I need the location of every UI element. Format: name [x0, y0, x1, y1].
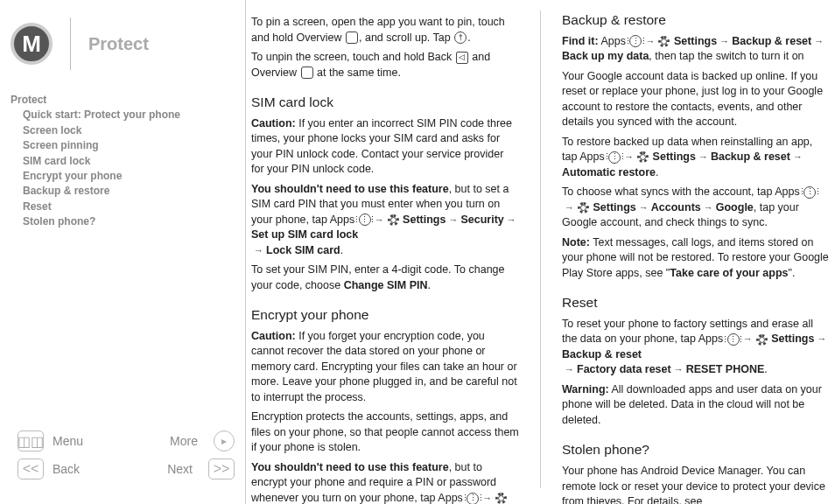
- arrow-icon: →: [639, 201, 649, 214]
- text: Encryption protects the accounts, settin…: [251, 410, 519, 456]
- section-heading-stolen: Stolen phone?: [562, 440, 830, 459]
- text: Your Google account data is backed up on…: [562, 69, 830, 130]
- toc-item[interactable]: Screen pinning: [11, 138, 235, 153]
- overview-icon: [346, 32, 358, 44]
- menu-label: Menu: [53, 434, 121, 448]
- text: To unpin the screen, touch and hold Back: [251, 51, 455, 63]
- header-divider: [70, 18, 71, 70]
- section-heading-encrypt: Encrypt your phone: [251, 305, 519, 325]
- arrow-icon: →: [565, 363, 574, 376]
- back-icon: ◁: [456, 52, 468, 64]
- overview-icon: [301, 66, 313, 79]
- arrow-icon: →: [645, 35, 655, 48]
- toc-item[interactable]: Reset: [11, 200, 235, 214]
- back-button[interactable]: <<: [18, 458, 44, 480]
- text: Back up my data: [562, 50, 649, 62]
- content-column-2: Backup & restore Find it: Apps ⋮⋮⋮→ Sett…: [557, 10, 835, 488]
- next-button[interactable]: >>: [208, 458, 235, 480]
- pin-icon: †: [454, 32, 467, 44]
- table-of-contents: Protect Quick start: Protect your phone …: [11, 93, 235, 230]
- apps-icon: ⋮⋮⋮: [467, 493, 479, 504]
- text: Automatic restore: [562, 166, 656, 178]
- toc-item[interactable]: Quick start: Protect your phone: [11, 108, 235, 122]
- caution-label: Caution:: [251, 330, 296, 342]
- text: Security: [460, 214, 503, 226]
- text: Settings: [403, 214, 446, 226]
- text: Settings: [593, 201, 635, 214]
- apps-icon: ⋮⋮⋮: [359, 214, 371, 226]
- arrow-icon: →: [674, 363, 684, 376]
- text: , and scroll up. Tap: [359, 32, 453, 44]
- menu-button[interactable]: ◫◫: [18, 430, 44, 452]
- gear-icon: [658, 36, 670, 47]
- caution-label: Caution:: [251, 117, 296, 130]
- arrow-icon: →: [448, 214, 458, 227]
- next-label: Next: [127, 462, 193, 476]
- arrow-icon: →: [793, 150, 803, 164]
- arrow-icon: →: [624, 150, 634, 164]
- gear-icon: [495, 493, 507, 504]
- text: .: [467, 32, 470, 44]
- arrow-icon: →: [482, 492, 492, 504]
- text: Settings: [653, 150, 696, 163]
- arrow-icon: →: [698, 150, 708, 164]
- section-heading-reset: Reset: [562, 293, 830, 312]
- section-heading-sim: SIM card lock: [251, 93, 519, 112]
- apps-icon: ⋮⋮⋮: [608, 151, 621, 164]
- toc-item[interactable]: Protect: [11, 93, 235, 108]
- section-heading-backup: Backup & restore: [562, 10, 830, 30]
- text: To choose what syncs with the account, t…: [562, 186, 803, 198]
- text: Backup & reset: [732, 35, 811, 47]
- toc-item[interactable]: Stolen phone?: [11, 214, 235, 229]
- gear-icon: [388, 214, 399, 226]
- column-divider: [540, 10, 541, 488]
- text: You shouldn't need to use this feature: [251, 461, 449, 473]
- more-label: More: [130, 434, 198, 448]
- text: Your phone has Android Device Manager. Y…: [562, 465, 825, 504]
- gear-icon: [637, 151, 649, 163]
- gear-icon: [756, 334, 768, 346]
- text: Factory data reset: [577, 363, 671, 375]
- toc-item[interactable]: SIM card lock: [11, 154, 235, 169]
- content-column-1: To pin a screen, open the app you want t…: [246, 10, 524, 488]
- text: Set up SIM card lock: [251, 228, 358, 241]
- arrow-icon: →: [817, 332, 826, 346]
- arrow-icon: →: [704, 201, 713, 214]
- warning-label: Warning:: [562, 383, 609, 396]
- text: Backup & reset: [562, 348, 642, 360]
- arrow-icon: →: [507, 214, 516, 227]
- text: ".: [789, 267, 796, 279]
- back-label: Back: [53, 462, 118, 476]
- text: at the same time.: [314, 66, 401, 79]
- arrow-icon: →: [565, 201, 574, 214]
- arrow-icon: →: [743, 332, 753, 346]
- arrow-icon: →: [719, 35, 729, 48]
- toc-item[interactable]: Encrypt your phone: [11, 169, 235, 184]
- text: Settings: [771, 332, 814, 345]
- apps-icon: ⋮⋮⋮: [629, 35, 642, 47]
- text: You shouldn't need to use this feature: [251, 183, 449, 195]
- toc-item[interactable]: Screen lock: [11, 123, 235, 138]
- arrow-icon: →: [375, 214, 384, 227]
- text: RESET PHONE: [686, 363, 765, 375]
- note-label: Note:: [562, 236, 590, 248]
- text: Settings: [674, 35, 717, 47]
- arrow-icon: →: [814, 35, 824, 48]
- text: Lock SIM card: [266, 244, 340, 256]
- text: Take care of your apps: [670, 267, 788, 279]
- apps-icon: ⋮⋮⋮: [727, 333, 740, 346]
- text: Backup & reset: [711, 150, 790, 163]
- apps-icon: ⋮⋮⋮: [803, 186, 816, 199]
- find-it-label: Find it:: [562, 35, 599, 47]
- motorola-logo: M: [11, 23, 53, 65]
- text: Accounts: [651, 201, 701, 214]
- arrow-icon: →: [254, 244, 263, 257]
- more-button[interactable]: ▸: [214, 430, 235, 452]
- text: Change SIM PIN: [344, 279, 428, 291]
- toc-item[interactable]: Backup & restore: [11, 184, 235, 199]
- text: , then tap the switch to turn it on: [649, 50, 803, 62]
- text: Google: [716, 201, 754, 214]
- page-title: Protect: [88, 34, 149, 54]
- gear-icon: [578, 202, 589, 214]
